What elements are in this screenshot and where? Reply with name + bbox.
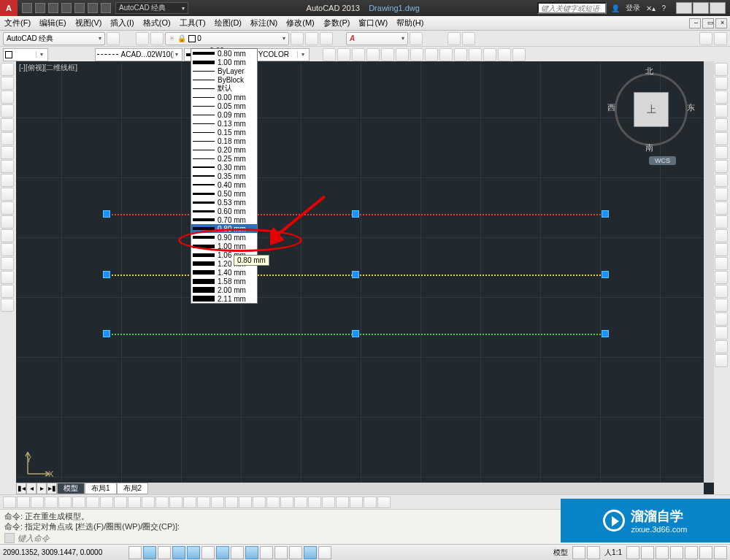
sc-toggle[interactable]	[304, 546, 317, 559]
line-tool-icon[interactable]	[1, 63, 14, 76]
compass-north[interactable]: 北	[645, 66, 653, 77]
lineweight-option[interactable]: 0.09 mm	[191, 110, 257, 119]
qat-plot-icon[interactable]	[74, 3, 85, 13]
std-plot-icon[interactable]	[366, 48, 380, 61]
dyn-toggle[interactable]	[245, 546, 258, 559]
layer-props-icon[interactable]	[136, 32, 149, 45]
std-redo-icon[interactable]	[483, 48, 496, 61]
menu-draw[interactable]: 绘图(D)	[210, 18, 246, 28]
compass-west[interactable]: 西	[607, 102, 615, 113]
menu-dim[interactable]: 标注(N)	[246, 18, 282, 28]
std-preview-icon[interactable]	[381, 48, 394, 61]
snap-toggle[interactable]	[128, 546, 142, 559]
ducs-toggle[interactable]	[231, 546, 244, 559]
annovis-icon[interactable]	[626, 546, 639, 559]
hardware-acc-icon[interactable]	[685, 546, 698, 559]
grid-toggle[interactable]	[143, 546, 156, 559]
wcs-badge[interactable]: WCS	[649, 156, 676, 165]
text-a-tool-icon[interactable]	[1, 271, 14, 284]
fillet-tool-icon[interactable]	[715, 257, 728, 270]
arc-tool-icon[interactable]	[1, 104, 14, 118]
lineweight-option[interactable]: 0.15 mm	[191, 128, 257, 137]
spline-tool-icon[interactable]	[1, 132, 14, 145]
render-icon[interactable]	[699, 32, 712, 45]
am-toggle[interactable]	[318, 546, 331, 559]
tab-nav-last[interactable]: ▸▮	[47, 483, 57, 494]
dim-quick-icon[interactable]	[100, 496, 113, 508]
std-undo-icon[interactable]	[469, 48, 482, 61]
move-tool-icon[interactable]	[715, 132, 728, 145]
dim-style-icon[interactable]	[266, 496, 280, 508]
lineweight-option[interactable]: 0.40 mm	[191, 180, 257, 189]
color-combo[interactable]: ▾	[3, 48, 48, 61]
dim-arc-icon[interactable]	[31, 496, 44, 508]
dim-update-icon[interactable]	[253, 496, 266, 508]
stretch-tool-icon[interactable]	[715, 174, 728, 187]
grip[interactable]	[352, 271, 359, 278]
dim-reassoc-icon[interactable]	[294, 496, 307, 508]
toolbar-lock-icon[interactable]	[670, 546, 683, 559]
layer-match-icon[interactable]	[291, 32, 304, 45]
drawing-canvas[interactable]: [-][俯视][二维线框] 上 北 南 东 西 WCS Y X	[16, 61, 714, 494]
navbar-wheel-icon[interactable]	[715, 340, 728, 353]
command-prompt-icon[interactable]	[4, 533, 15, 543]
lwt-toggle[interactable]	[260, 546, 273, 559]
lineweight-option[interactable]: 0.70 mm	[191, 215, 257, 224]
std-match-icon[interactable]	[454, 48, 467, 61]
dim-diameter-icon[interactable]	[72, 496, 85, 508]
dim-continue-icon[interactable]	[128, 496, 141, 508]
compass-east[interactable]: 东	[687, 102, 695, 113]
tab-model[interactable]: 模型	[57, 483, 85, 494]
workspace-title-combo[interactable]: AutoCAD 经典 ▾	[115, 2, 188, 14]
qat-saveas-icon[interactable]	[61, 3, 72, 13]
qat-save-icon[interactable]	[48, 3, 58, 13]
lineweight-option[interactable]: 1.40 mm	[191, 268, 257, 277]
lineweight-option[interactable]: 0.13 mm	[191, 119, 257, 128]
qat-open-icon[interactable]	[35, 3, 45, 13]
circle-tool-icon[interactable]	[1, 91, 14, 104]
layer-iso-icon[interactable]	[320, 32, 333, 45]
dim-inspect-icon[interactable]	[197, 496, 210, 508]
dim-linear-icon[interactable]	[3, 496, 16, 508]
layer-prev-icon[interactable]	[305, 32, 318, 45]
grip[interactable]	[602, 210, 609, 218]
menu-format[interactable]: 格式(O)	[139, 18, 175, 28]
explode-tool-icon[interactable]	[715, 271, 728, 284]
lineweight-option[interactable]: 默认	[191, 84, 257, 93]
dim-angular-icon[interactable]	[86, 496, 99, 508]
revcloud-tool-icon[interactable]	[1, 299, 14, 312]
ws-switch-icon[interactable]	[656, 546, 669, 559]
mirror-tool-icon[interactable]	[715, 91, 728, 104]
osnap3d-toggle[interactable]	[201, 546, 215, 559]
otrack-toggle[interactable]	[216, 546, 229, 559]
lineweight-option[interactable]: 0.60 mm	[191, 207, 257, 215]
array-tool-icon[interactable]	[715, 118, 728, 131]
exchange-icon[interactable]: ✕▴	[646, 4, 656, 12]
signin-label[interactable]: 登录	[626, 3, 640, 13]
signin-icon[interactable]: 👤	[611, 4, 620, 12]
menu-edit[interactable]: 编辑(E)	[35, 18, 71, 28]
mleaderstyle-icon[interactable]	[462, 32, 475, 45]
lineweight-option[interactable]: 0.20 mm	[191, 145, 257, 154]
navbar-pan-icon[interactable]	[715, 299, 728, 312]
dim-override-icon[interactable]	[280, 496, 293, 508]
lineweight-option[interactable]: 2.11 mm	[191, 294, 257, 303]
lineweight-option[interactable]: 0.25 mm	[191, 154, 257, 163]
offset-tool-icon[interactable]	[715, 104, 728, 118]
region-tool-icon[interactable]	[1, 188, 14, 201]
maximize-button[interactable]	[693, 2, 709, 14]
osnap-toggle[interactable]	[187, 546, 200, 559]
lineweight-option[interactable]: 0.00 mm	[191, 93, 257, 101]
view-cube[interactable]: 上 北 南 东 西	[607, 66, 695, 153]
lineweight-option[interactable]: 2.00 mm	[191, 285, 257, 294]
menu-param[interactable]: 参数(P)	[319, 18, 355, 28]
tab-nav-first[interactable]: ▮◂	[16, 483, 26, 494]
coordinates-readout[interactable]: 2090.1352, 3009.1447, 0.0000	[3, 548, 127, 556]
menu-window[interactable]: 窗口(W)	[354, 18, 392, 28]
grip[interactable]	[103, 271, 110, 278]
dim-tolerance-icon[interactable]	[169, 496, 182, 508]
lineweight-option[interactable]: 0.35 mm	[191, 172, 257, 180]
qat-new-icon[interactable]	[22, 3, 32, 13]
navbar-orbit-icon[interactable]	[715, 326, 728, 340]
mtext-tool-icon[interactable]	[1, 215, 14, 229]
